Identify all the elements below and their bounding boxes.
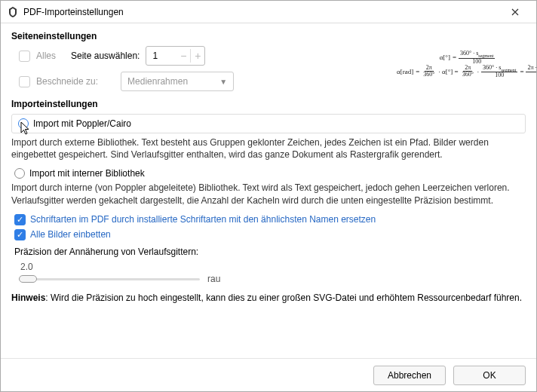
- window-title: PDF-Importeinstellungen: [23, 7, 500, 17]
- radio-poppler[interactable]: [18, 118, 29, 129]
- internal-description: Import durch interne (von Poppler abgele…: [11, 182, 526, 206]
- close-button[interactable]: [500, 2, 530, 23]
- page-input[interactable]: [146, 51, 176, 61]
- slider-thumb[interactable]: [19, 275, 37, 283]
- spin-down[interactable]: −: [176, 47, 190, 65]
- pdf-preview: α[°] = 360° · ssegment 100 α[rad] = 2π36…: [394, 48, 526, 90]
- titlebar: PDF-Importeinstellungen: [1, 1, 536, 23]
- precision-rough-label: rau: [207, 274, 220, 284]
- crop-label: Beschneide zu:: [36, 76, 98, 87]
- precision-value: 2.0: [20, 262, 526, 272]
- embed-images-checkbox[interactable]: ✓: [14, 229, 26, 240]
- embed-images-label: Alle Bilder einbetten: [30, 229, 111, 240]
- replace-fonts-label: Schriftarten im PDF durch installierte S…: [30, 214, 376, 225]
- hint-label: Hinweis: [11, 292, 45, 303]
- app-icon: [7, 6, 19, 18]
- cancel-button[interactable]: Abbrechen: [373, 366, 446, 385]
- radio-internal-label: Import mit interner Bibliothek: [29, 168, 145, 179]
- dialog-window: PDF-Importeinstellungen α[°] = 360° · ss…: [0, 0, 537, 392]
- radio-poppler-group: Import mit Poppler/Cairo: [11, 114, 526, 133]
- ok-button[interactable]: OK: [453, 366, 526, 385]
- hint-text: Hinweis: Wird die Präzision zu hoch eing…: [11, 292, 526, 304]
- page-spinner[interactable]: − +: [146, 46, 205, 66]
- all-pages-label: Alles: [36, 51, 56, 61]
- import-settings-heading: Importeinstellungen: [11, 99, 526, 109]
- spin-up[interactable]: +: [191, 47, 204, 65]
- chevron-down-icon: ▼: [219, 78, 227, 86]
- content-area: α[°] = 360° · ssegment 100 α[rad] = 2π36…: [1, 23, 536, 358]
- crop-dropdown[interactable]: Medienrahmen ▼: [121, 72, 234, 91]
- replace-fonts-checkbox[interactable]: ✓: [14, 214, 26, 225]
- crop-value: Medienrahmen: [127, 76, 188, 87]
- hint-body: : Wird die Präzision zu hoch eingestellt…: [45, 292, 522, 303]
- radio-internal[interactable]: [14, 168, 25, 179]
- select-page-label: Seite auswählen:: [71, 51, 140, 61]
- page-settings-heading: Seiteneinstellungen: [11, 31, 526, 41]
- radio-poppler-label: Import mit Poppler/Cairo: [33, 118, 131, 129]
- formula-text: =: [453, 53, 456, 63]
- precision-label: Präzision der Annäherung von Verlaufsgit…: [14, 247, 526, 257]
- crop-checkbox[interactable]: [19, 76, 30, 87]
- formula-text: α[rad]: [397, 67, 413, 77]
- formula-text: α[°]: [440, 53, 450, 63]
- dialog-footer: Abbrechen OK: [1, 358, 536, 391]
- poppler-description: Import durch externe Bibliothek. Text be…: [11, 136, 526, 161]
- precision-slider[interactable]: [19, 274, 200, 284]
- all-pages-checkbox[interactable]: [19, 51, 30, 62]
- fraction: 360° · ssegment 100: [459, 51, 495, 65]
